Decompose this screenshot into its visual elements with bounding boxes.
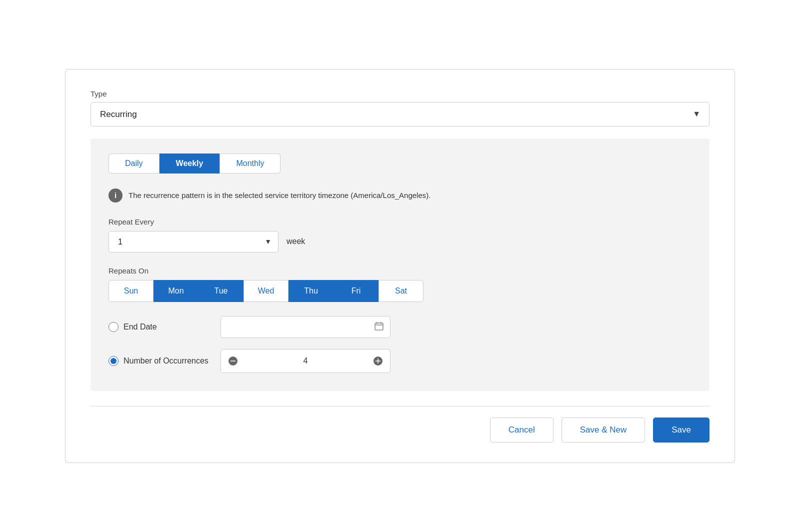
day-sun[interactable]: Sun xyxy=(108,280,154,302)
end-date-input-wrapper xyxy=(220,316,390,338)
repeats-on-label: Repeats On xyxy=(108,266,692,275)
end-date-label: End Date xyxy=(124,322,157,332)
tab-monthly[interactable]: Monthly xyxy=(220,154,280,174)
day-fri[interactable]: Fri xyxy=(334,280,378,302)
footer-divider xyxy=(90,406,710,407)
tab-daily[interactable]: Daily xyxy=(108,154,160,174)
cancel-button[interactable]: Cancel xyxy=(490,418,554,442)
occurrences-stepper: 4 xyxy=(220,349,390,373)
info-icon: i xyxy=(108,188,122,202)
svg-rect-8 xyxy=(378,358,378,364)
occurrences-label: Number of Occurrences xyxy=(124,356,208,366)
occurrences-radio[interactable] xyxy=(108,356,118,366)
day-thu[interactable]: Thu xyxy=(288,280,334,302)
repeat-every-row: 1 2 3 4 ▼ week xyxy=(108,231,692,252)
day-wed[interactable]: Wed xyxy=(244,280,288,302)
day-sat[interactable]: Sat xyxy=(378,280,424,302)
repeat-every-select-wrapper: 1 2 3 4 ▼ xyxy=(108,231,278,252)
end-date-radio-group: End Date xyxy=(108,322,208,332)
save-button[interactable]: Save xyxy=(653,418,710,442)
occurrences-radio-group: Number of Occurrences xyxy=(108,356,208,366)
info-row: i The recurrence pattern is in the selec… xyxy=(108,188,692,202)
occurrences-row: Number of Occurrences 4 xyxy=(108,349,692,373)
info-text: The recurrence pattern is in the selecte… xyxy=(128,191,430,200)
recurrence-tabs: Daily Weekly Monthly xyxy=(108,154,692,174)
occurrences-increment-button[interactable] xyxy=(366,350,390,372)
day-buttons: Sun Mon Tue Wed Thu Fri Sat xyxy=(108,280,692,302)
end-date-input[interactable] xyxy=(220,316,390,338)
type-select-wrapper: Recurring Fixed ▼ xyxy=(90,102,710,126)
repeats-on-section: Repeats On Sun Mon Tue Wed Thu Fri Sat xyxy=(108,266,692,302)
save-new-button[interactable]: Save & New xyxy=(562,418,646,442)
occurrences-decrement-button[interactable] xyxy=(221,350,245,372)
occurrences-value: 4 xyxy=(245,356,366,366)
repeat-every-label: Repeat Every xyxy=(108,218,692,226)
end-date-row: End Date xyxy=(108,316,692,338)
end-date-radio[interactable] xyxy=(108,322,118,332)
tab-weekly[interactable]: Weekly xyxy=(160,154,220,174)
day-mon[interactable]: Mon xyxy=(154,280,198,302)
repeat-every-select[interactable]: 1 2 3 4 xyxy=(108,231,278,252)
type-label: Type xyxy=(90,90,710,98)
svg-rect-5 xyxy=(230,360,236,362)
recurrence-panel: Daily Weekly Monthly i The recurrence pa… xyxy=(90,138,710,391)
type-select[interactable]: Recurring Fixed xyxy=(90,102,710,126)
dialog-container: Type Recurring Fixed ▼ Daily Weekly Mont… xyxy=(65,69,735,464)
footer-buttons: Cancel Save & New Save xyxy=(90,418,710,442)
day-tue[interactable]: Tue xyxy=(198,280,244,302)
week-unit-label: week xyxy=(286,237,305,246)
